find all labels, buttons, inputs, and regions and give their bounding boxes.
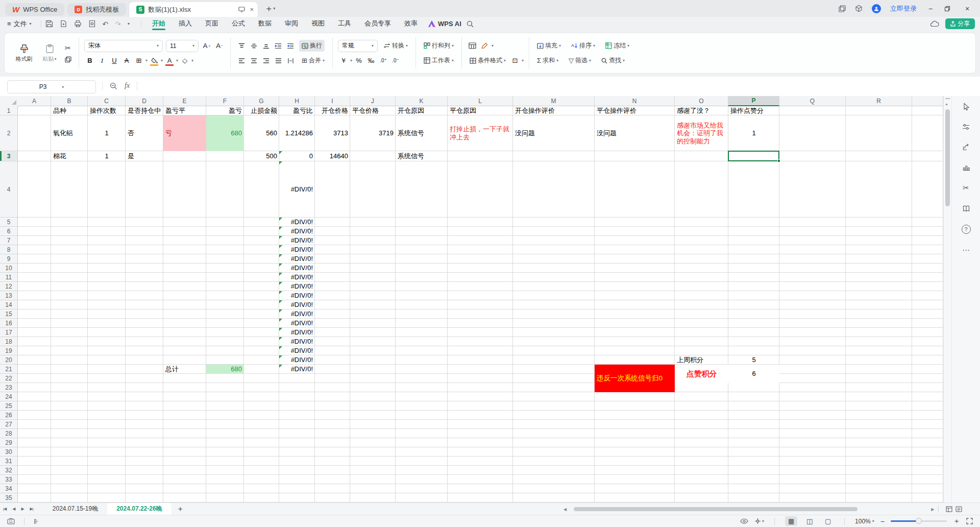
rows-cols-button[interactable]: 行和列 ▾ [421,40,456,52]
row-header-33[interactable]: 33 [0,475,18,484]
align-bottom-icon[interactable] [260,40,272,52]
cell-H5[interactable]: #DIV/0! [279,218,315,227]
zoom-slider[interactable] [891,520,947,522]
cell-C2[interactable]: 1 [88,115,126,151]
layers-icon[interactable] [839,5,846,12]
new-tab-icon[interactable]: ＋ [264,3,273,14]
hscroll-right-icon[interactable]: ▶ [931,507,934,512]
cell-G3[interactable]: 500 [244,151,279,161]
cell-O21[interactable]: 点赞积分 [675,365,728,383]
col-header-M[interactable]: M [513,96,595,106]
format-painter-button[interactable]: 格式刷 [12,35,36,71]
row-header-2[interactable]: 2 [0,115,18,151]
fill-handle[interactable] [777,159,780,162]
cut-tool-icon[interactable]: ✂ [963,184,969,192]
cell-I3[interactable]: 14640 [315,151,350,161]
row-header-6[interactable]: 6 [0,227,18,236]
row-header-4[interactable]: 4 [0,161,18,218]
fill-button[interactable]: 填充▾ [534,40,564,52]
cloud-sync-icon[interactable] [930,20,939,27]
cube-icon[interactable] [855,5,863,12]
col-header-J[interactable]: J [350,96,396,106]
cell-H8[interactable]: #DIV/0! [279,245,315,254]
number-format-select[interactable]: 常规▾ [338,40,378,52]
zoom-in-button[interactable]: ＋ [953,517,960,526]
fill-color-button[interactable] [149,55,160,66]
macro-icon[interactable] [7,518,15,524]
grid[interactable]: ABCDEFGHIJKLMNOPQR1234567891011121314151… [0,96,943,502]
menu-item-3[interactable]: 页面 [199,17,225,31]
increase-decimal-icon[interactable]: .0⁺ [378,55,389,66]
row-header-17[interactable]: 17 [0,328,18,337]
row-header-11[interactable]: 11 [0,273,18,282]
zoom-slider-knob[interactable] [916,518,922,524]
close-window-button[interactable]: × [963,5,972,13]
cell-K3[interactable]: 系统信号 [396,151,448,161]
convert-button[interactable]: 转换 ▾ [381,40,410,52]
row-header-22[interactable]: 22 [0,374,18,383]
cell-P20[interactable]: 5 [728,355,779,365]
cell-H13[interactable]: #DIV/0! [279,291,315,300]
cell-H4[interactable]: #DIV/0! [279,161,315,218]
cell-H20[interactable]: #DIV/0! [279,355,315,365]
cell-B3[interactable]: 棉花 [51,151,88,161]
cell-F21[interactable]: 680 [206,365,244,374]
cell-P2[interactable]: 1 [728,115,779,151]
col-header-I[interactable]: I [315,96,350,106]
thousands-format-icon[interactable]: ‰ [365,55,377,66]
eye-icon[interactable] [740,518,748,524]
italic-button[interactable]: I [96,55,108,66]
cell-E2[interactable]: 亏 [163,115,206,151]
share-button[interactable]: 分享 [945,18,975,29]
cell-H10[interactable]: #DIV/0! [279,264,315,273]
row-header-31[interactable]: 31 [0,457,18,466]
row-header-20[interactable]: 20 [0,355,18,365]
font-size-select[interactable]: 11▾ [166,40,199,52]
undo-icon[interactable]: ↶ [103,20,109,28]
wps-ai-menu[interactable]: WPS AI [428,20,461,28]
cell-E1[interactable]: 盈亏平 [163,106,206,115]
menu-item-6[interactable]: 审阅 [278,17,305,31]
login-link[interactable]: 立即登录 [890,4,917,13]
cell-N2[interactable]: 没问题 [595,115,675,151]
fx-icon[interactable]: fx [125,82,130,90]
row-header-24[interactable]: 24 [0,392,18,401]
cell-O2[interactable]: 感谢市场又给我机会：证明了我的控制能力 [675,115,728,151]
cell-H15[interactable]: #DIV/0! [279,309,315,319]
view-page-button[interactable]: ◫ [803,516,816,526]
col-header-N[interactable]: N [595,96,675,106]
style-pen-icon[interactable] [479,40,491,52]
reader-icon[interactable] [963,204,970,212]
worksheet-button[interactable]: 工作表 ▾ [421,55,456,66]
row-header-29[interactable]: 29 [0,438,18,447]
row-header-21[interactable]: 21 [0,365,18,374]
adjust-sliders-icon[interactable] [962,123,970,131]
menu-item-8[interactable]: 工具 [331,17,358,31]
col-header-K[interactable]: K [396,96,448,106]
paste-button[interactable]: 粘贴▾ [37,35,62,71]
decrease-indent-icon[interactable] [273,40,284,52]
sheet-list-icon[interactable] [955,506,962,512]
redo-icon[interactable]: ↷ [115,20,121,28]
more-icon[interactable]: ⋯ [962,246,970,254]
align-middle-icon[interactable] [248,40,259,52]
cell-K2[interactable]: 系统信号 [396,115,448,151]
select-all-corner[interactable] [0,96,18,107]
cell-P1[interactable]: 操作点赞分 [728,106,779,115]
row-header-19[interactable]: 19 [0,346,18,355]
col-header-R[interactable]: R [846,96,912,106]
sheet-tab-2[interactable]: 2024.07.22-26晚 [107,503,171,515]
row-header-27[interactable]: 27 [0,420,18,429]
conditional-format-button[interactable]: 条件格式 ▾ [467,55,508,66]
cell-H1[interactable]: 盈亏比 [279,106,315,115]
sheet-tab-1[interactable]: 2024.07.15-19晚 [43,503,107,515]
menu-item-1[interactable]: 开始 [145,17,172,31]
selected-cell-P3[interactable] [728,151,779,161]
percent-format-icon[interactable]: % [353,55,364,66]
cell-F2[interactable]: 680 [206,115,244,151]
col-header-Q[interactable]: Q [779,96,846,106]
print-preview-icon[interactable] [88,20,96,28]
cell-J1[interactable]: 平仓价格 [350,106,396,115]
row-header-9[interactable]: 9 [0,254,18,264]
cell-O1[interactable]: 感谢了没？ [675,106,728,115]
